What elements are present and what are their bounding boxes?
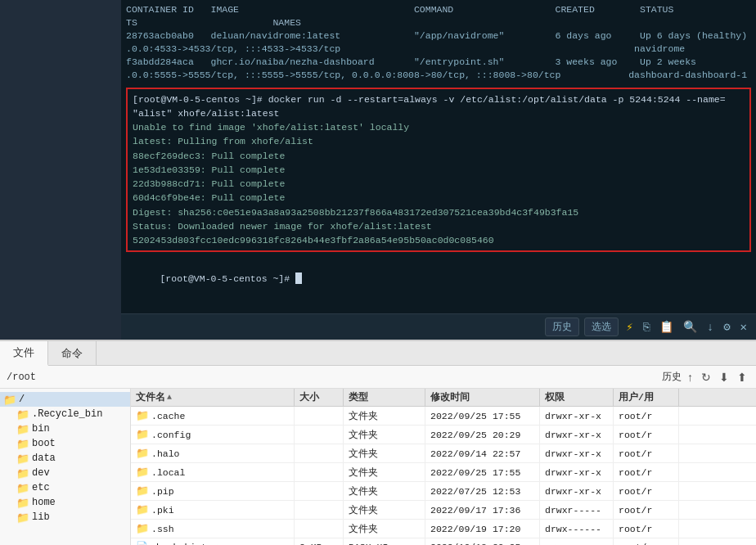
tree-item-recyclebin[interactable]: 📁 .Recycle_bin [0, 407, 130, 421]
folder-icon: 📁 [136, 447, 149, 460]
header-type[interactable]: 类型 [344, 389, 425, 406]
select-button[interactable]: 选选 [584, 318, 619, 336]
file-owner: root/r [614, 482, 679, 500]
file-type: 文件夹 [344, 426, 425, 444]
file-name: 📁.cache [131, 407, 295, 425]
path-refresh-button[interactable]: ↻ [699, 370, 713, 385]
current-path: /root [7, 372, 36, 383]
tab-commands[interactable]: 命令 [48, 341, 97, 365]
tree-item-bin[interactable]: 📁 bin [0, 421, 130, 436]
path-download-button[interactable]: ⬇ [717, 370, 731, 385]
file-owner: root/r [614, 463, 679, 481]
file-modified: 2022/09/25 20:29 [425, 426, 540, 444]
file-modified: 2022/07/25 12:53 [425, 482, 540, 500]
search-icon[interactable]: 🔍 [681, 318, 700, 336]
file-perms: drwxr-xr-x [540, 463, 614, 481]
file-row[interactable]: 📁.ssh 文件夹 2022/09/19 17:20 drwx------ ro… [131, 520, 756, 538]
file-type: 文件夹 [344, 444, 425, 462]
file-list-panel: 文件名 ▲ 大小 类型 修改时间 权限 用户/用 📁.cache 文件夹 202… [131, 389, 756, 545]
docker-header: CONTAINER ID IMAGE COMMAND CREATED STATU… [126, 3, 751, 29]
history-button[interactable]: 历史 [545, 318, 579, 336]
file-row[interactable]: 📁.config 文件夹 2022/09/25 20:29 drwxr-xr-x… [131, 426, 756, 444]
folder-icon: 📁 [3, 394, 16, 405]
close-icon[interactable]: ✕ [738, 318, 749, 336]
file-perms: drwxr-xr-x [540, 426, 614, 444]
path-bar: /root 历史 ↑ ↻ ⬇ ⬆ [0, 366, 756, 389]
file-type: 文件夹 [344, 501, 425, 519]
tree-item-root[interactable]: 📁 / [0, 392, 130, 407]
terminal-prompt[interactable]: [root@VM-0-5-centos ~]# [121, 255, 756, 303]
cmd-line-1: [root@VM-0-5-centos ~]# docker run -d --… [133, 92, 745, 106]
settings-icon[interactable]: ⚙ [721, 318, 732, 336]
folder-icon: 📁 [136, 428, 149, 441]
cmd-line-5: 88ecf269dec3: Pull complete [133, 149, 745, 163]
terminal-content[interactable]: CONTAINER ID IMAGE COMMAND CREATED STATU… [121, 0, 756, 340]
file-name: 📁.pip [131, 482, 295, 500]
docker-row-2: f3abdd284aca ghcr.io/naiba/nezha-dashboa… [126, 56, 751, 82]
tree-item-lib[interactable]: 📁 lib [0, 510, 130, 525]
sort-arrow: ▲ [167, 393, 172, 402]
header-name[interactable]: 文件名 ▲ [131, 389, 295, 406]
header-perms[interactable]: 权限 [540, 389, 614, 406]
file-size [295, 520, 344, 538]
tree-label-root: / [19, 394, 25, 405]
file-row[interactable]: 📁.halo 文件夹 2022/09/14 22:57 drwxr-xr-x r… [131, 444, 756, 463]
file-perms: drwx------ [540, 520, 614, 538]
folder-icon: 📁 [16, 408, 29, 420]
lightning-icon[interactable]: ⚡ [623, 318, 635, 336]
file-size [295, 444, 344, 462]
cmd-line-9: Digest: sha256:c0e51e9a3a8a93a2508bb2123… [133, 205, 745, 219]
cmd-line-4: latest: Pulling from xhofe/alist [133, 134, 745, 148]
file-rows-container: 📁.cache 文件夹 2022/09/25 17:55 drwxr-xr-x … [131, 407, 756, 545]
file-size [295, 482, 344, 500]
file-name: 📄.bash_history [131, 538, 295, 545]
file-perms: drwxr-xr-x [540, 407, 614, 425]
left-sidebar [0, 0, 121, 340]
file-icon: 📄 [136, 541, 148, 545]
file-modified: 2022/09/14 22:57 [425, 444, 540, 462]
file-name: 📁.local [131, 463, 295, 481]
folder-icon: 📁 [16, 511, 29, 523]
tree-item-data[interactable]: 📁 data [0, 451, 130, 466]
folder-icon: 📁 [16, 438, 29, 449]
folder-icon: 📁 [16, 497, 29, 508]
file-size [295, 501, 344, 519]
file-name: 📁.config [131, 426, 295, 444]
file-row[interactable]: 📁.pki 文件夹 2022/09/17 17:36 drwxr----- ro… [131, 501, 756, 520]
tree-item-home[interactable]: 📁 home [0, 495, 130, 510]
file-perms: drwxr-xr-x [540, 482, 614, 500]
file-owner: root/r [614, 538, 679, 545]
folder-icon: 📁 [136, 503, 149, 516]
file-manager: 文件 命令 /root 历史 ↑ ↻ ⬇ ⬆ 📁 / 📁 .Recycle_bi… [0, 340, 756, 545]
file-row[interactable]: 📁.pip 文件夹 2022/07/25 12:53 drwxr-xr-x ro… [131, 482, 756, 501]
copy-icon[interactable]: ⎘ [641, 319, 652, 336]
file-perms: drwxr-xr-x [540, 444, 614, 462]
file-type: 文件夹 [344, 482, 425, 500]
down-icon[interactable]: ↓ [704, 319, 716, 336]
file-size [295, 426, 344, 444]
path-upload-button[interactable]: ⬆ [735, 370, 749, 385]
header-modified[interactable]: 修改时间 [425, 389, 540, 406]
tree-label-etc: etc [32, 482, 50, 493]
tab-bar: 文件 命令 [0, 341, 756, 366]
file-name: 📁.ssh [131, 520, 295, 538]
tab-files[interactable]: 文件 [0, 341, 48, 366]
tree-item-boot[interactable]: 📁 boot [0, 436, 130, 451]
path-up-button[interactable]: ↑ [685, 370, 695, 385]
header-owner[interactable]: 用户/用 [614, 389, 679, 406]
file-size [295, 407, 344, 425]
file-owner: root/r [614, 407, 679, 425]
tree-label-recyclebin: .Recycle_bin [32, 408, 102, 420]
file-name: 📁.pki [131, 501, 295, 519]
header-size[interactable]: 大小 [295, 389, 344, 406]
file-row[interactable]: 📄.bash_history 2 KB BASH_HI... 2022/10/1… [131, 538, 756, 545]
tree-label-bin: bin [32, 423, 50, 435]
clipboard-icon[interactable]: 📋 [657, 318, 676, 336]
file-row[interactable]: 📁.cache 文件夹 2022/09/25 17:55 drwxr-xr-x … [131, 407, 756, 426]
folder-icon: 📁 [16, 423, 29, 435]
file-row[interactable]: 📁.local 文件夹 2022/09/25 17:55 drwxr-xr-x … [131, 463, 756, 482]
tree-item-dev[interactable]: 📁 dev [0, 466, 130, 480]
cmd-line-6: 1e53d1e03359: Pull complete [133, 163, 745, 177]
file-owner: root/r [614, 520, 679, 538]
tree-item-etc[interactable]: 📁 etc [0, 480, 130, 495]
